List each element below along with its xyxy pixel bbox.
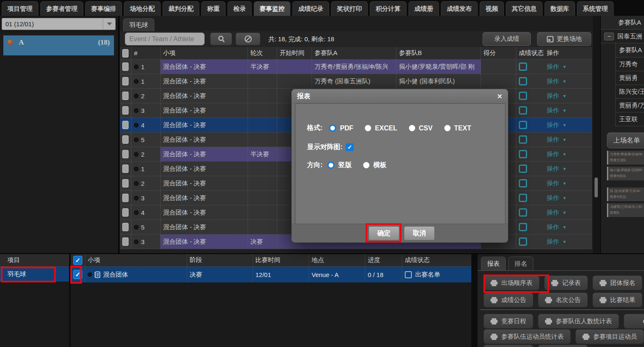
player-item-2[interactable]: 陈兴安/王 [616,85,644,99]
row-checkbox[interactable] [122,208,129,217]
operations-dropdown[interactable]: 操作▼ [547,63,567,71]
matchup-card-1[interactable]: 揭小健/罗晓泉/雷朝晖/国泰利民队 [607,167,644,180]
select-all-checkbox[interactable]: ✓ [73,256,82,265]
menu-tab-8[interactable]: 成绩纪录 [292,1,329,16]
report-button-0-0[interactable]: 出场顺序表 [483,275,540,290]
report-button-3-1[interactable]: 参赛项目运动员 [575,329,644,344]
lineup-button[interactable]: 上场名单 [607,132,644,148]
row-checkbox[interactable] [122,121,129,129]
search-button[interactable] [210,32,232,45]
report-button-4-0[interactable] [483,345,533,347]
row-checkbox[interactable] [122,135,129,144]
operations-dropdown[interactable]: 操作▼ [547,223,567,231]
close-icon[interactable]: × [497,92,502,100]
menu-tab-14[interactable]: 其它信息 [506,1,542,16]
event-row-checkbox[interactable]: ✓ [73,270,82,279]
row-checkbox[interactable] [122,150,129,158]
report-button-0-1[interactable]: 记录表 [544,275,588,290]
player-item-1[interactable]: 黄丽勇 [616,71,644,85]
match-row-1[interactable]: 1混合团体 - 决赛万秀奇 (国泰五洲队)揭小健 (国泰利民队)操作▼ [120,74,592,89]
startlist-checkbox[interactable] [405,271,412,278]
format-radio-pdf[interactable] [329,125,336,132]
format-radio-excel[interactable] [365,125,371,131]
result-status-checkbox[interactable] [519,150,527,158]
session-selector[interactable]: 01 (12/01) [2,18,116,30]
menu-tab-3[interactable]: 场地分配 [124,1,161,16]
menu-tab-12[interactable]: 成绩发布 [441,1,478,16]
report-button-1-2[interactable]: 比赛结果 [592,292,642,307]
menu-tab-15[interactable]: 数据库 [545,1,575,16]
result-status-checkbox[interactable] [519,62,527,71]
row-checkbox[interactable] [122,237,129,246]
menu-tab-5[interactable]: 称重 [201,1,225,16]
operations-dropdown[interactable]: 操作▼ [547,136,567,144]
result-status-checkbox[interactable] [519,77,527,85]
report-button-3-0[interactable]: 参赛队伍运动员统计表 [483,329,571,344]
report-button-2-1[interactable]: 参赛队伍人数统计表 [538,314,619,329]
result-status-checkbox[interactable] [519,179,527,187]
menu-tab-16[interactable]: 系统管理 [577,1,614,16]
ok-button[interactable]: 确定 [369,226,399,240]
row-checkbox[interactable] [122,223,129,231]
operations-dropdown[interactable]: 操作▼ [547,77,567,85]
menu-tab-0[interactable]: 项目管理 [2,1,38,16]
menu-tab-10[interactable]: 积分计算 [370,1,406,16]
clear-search-button[interactable] [235,32,260,45]
matchup-card-3[interactable]: 汤建荣/江明成/张小新/国泰队 [607,203,644,217]
row-checkbox[interactable] [122,179,129,187]
table-scrollbar[interactable] [593,16,600,253]
operations-dropdown[interactable]: 操作▼ [547,107,567,115]
format-radio-text[interactable] [444,125,451,131]
menu-tab-1[interactable]: 参赛者管理 [40,1,83,16]
result-status-checkbox[interactable] [519,237,527,246]
scrollbar-thumb[interactable] [594,177,598,197]
reports-tab-1[interactable]: 排名 [508,257,533,270]
result-status-checkbox[interactable] [519,208,527,217]
report-button-2-0[interactable]: 竞赛日程 [483,314,533,329]
operations-dropdown[interactable]: 操作▼ [547,209,567,217]
project-row-badminton[interactable]: 羽毛球 [0,267,69,282]
cancel-button[interactable]: 取消 [404,226,435,240]
report-dialog-titlebar[interactable]: 报表 × [292,89,508,103]
event-row-mixed-team[interactable]: ✓ 混合团体 决赛 12/01 Venue - A 0 / 18 出赛名单 [71,267,471,282]
operations-dropdown[interactable]: 操作▼ [547,92,567,100]
group-item-0[interactable]: A(18) [3,35,114,55]
row-checkbox[interactable] [122,194,129,202]
player-item-3[interactable]: 黄丽勇/万 [616,99,644,112]
tab-badminton[interactable]: 羽毛球 [123,18,154,31]
enter-score-button[interactable]: 录入成绩 [483,32,531,46]
row-checkbox[interactable] [122,106,129,115]
report-button-1-0[interactable]: 成绩公告 [483,292,533,307]
operations-dropdown[interactable]: 操作▼ [547,180,567,187]
menu-tab-6[interactable]: 检录 [228,1,252,16]
result-status-checkbox[interactable] [519,165,527,173]
format-radio-csv[interactable] [409,125,415,131]
report-button-2-2[interactable] [624,314,644,329]
collapse-icon[interactable]: − [604,32,614,40]
menu-tab-11[interactable]: 成绩册 [409,1,439,16]
row-checkbox[interactable] [122,92,129,100]
menu-tab-9[interactable]: 奖状打印 [331,1,368,16]
result-status-checkbox[interactable] [519,135,527,144]
result-status-checkbox[interactable] [519,223,527,231]
report-button-4-1[interactable] [538,345,588,347]
player-item-0[interactable]: 万秀奇 [616,57,644,71]
report-button-0-2[interactable]: 团体报名 [592,275,642,290]
result-status-checkbox[interactable] [519,92,527,100]
orientation-radio-1[interactable] [363,162,369,168]
matchup-card-0[interactable]: 万秀奇/黄丽勇/张福坤/国泰五洲队 [607,151,644,165]
reports-tab-0[interactable]: 报表 [481,257,506,270]
menu-tab-2[interactable]: 赛事编排 [85,1,122,16]
menu-tab-4[interactable]: 裁判分配 [163,1,199,16]
player-item-4[interactable]: 王亚联 [616,112,644,126]
operations-dropdown[interactable]: 操作▼ [547,150,567,158]
result-status-checkbox[interactable] [519,106,527,115]
operations-dropdown[interactable]: 操作▼ [547,194,567,202]
team-row[interactable]: − 国泰五洲 [601,30,644,43]
operations-dropdown[interactable]: 操作▼ [547,121,567,129]
orientation-radio-0[interactable] [327,162,334,169]
select-all-checkbox[interactable] [122,49,129,57]
menu-tab-13[interactable]: 视频 [480,1,504,16]
match-row-0[interactable]: 1混合团体 - 决赛半决赛万秀奇/黄丽勇/张福坤/陈兴揭小健/罗晓泉/雷朝晖/邵… [120,60,592,74]
bracket-checkbox[interactable]: ✓ [346,143,354,151]
